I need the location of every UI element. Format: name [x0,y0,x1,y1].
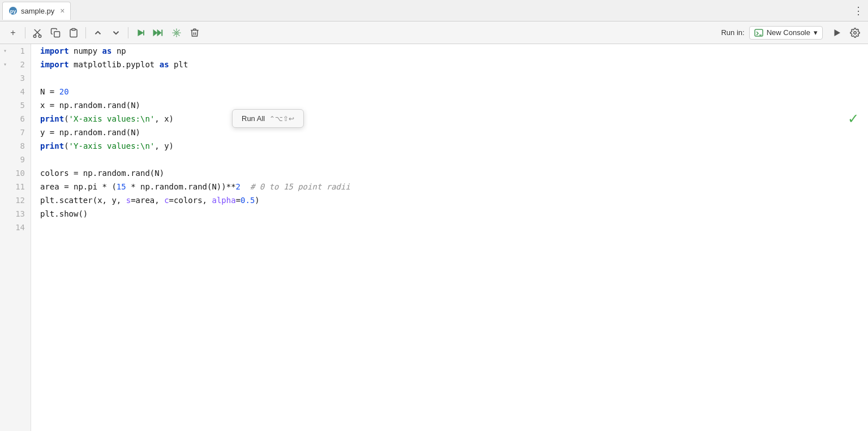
delete-icon [190,28,200,38]
line-number-4: 4 [0,85,31,98]
check-mark: ✓ [848,111,859,127]
line-number-7: 7 [0,126,31,139]
svg-marker-9 [138,29,144,36]
dropdown-arrow: ▾ [814,28,818,37]
svg-marker-18 [835,29,841,36]
new-console-label: New Console [767,28,810,37]
code-line-5: x = np.random.rand(N) [40,98,868,112]
move-up-button[interactable] [89,25,106,41]
run-in-dropdown[interactable]: New Console ▾ [749,26,823,40]
code-line-13: plt.show() [40,207,868,221]
tooltip-content: Run All ⌃⌥⇧↩ [232,109,304,128]
copy-button[interactable] [47,25,64,41]
line-number-10: 10 [0,166,31,180]
fold-icon-2[interactable]: ▾ [3,58,7,71]
tab-close-button[interactable]: × [60,6,65,15]
settings-button[interactable] [846,25,863,41]
svg-point-15 [176,32,178,33]
line-number-1: ▾1 [0,44,31,58]
line-number-6: 6 [0,112,31,126]
run-cell-button[interactable] [132,25,149,41]
run-all-tooltip: Run All ⌃⌥⇧↩ [232,109,304,128]
code-line-14 [40,221,868,234]
code-line-9 [40,153,868,166]
run-in-container: Run in: New Console ▾ [721,26,823,40]
tooltip-shortcut: ⌃⌥⇧↩ [269,115,294,123]
tab-filename: sample.py [21,7,54,15]
cut-button[interactable] [29,25,46,41]
line-number-3: 3 [0,71,31,85]
code-line-6: print ( 'X-axis values:\n' , x) [40,112,868,126]
settings-icon [850,28,860,38]
code-line-11: area = np.pi * ( 15 * np.random.rand(N))… [40,180,868,193]
line-numbers: ▾1 ▾2 3 4 5 6 7 8 9 10 11 12 13 14 [0,44,31,431]
svg-rect-7 [54,31,60,37]
separator-1 [25,27,25,38]
run-action-icon [832,28,842,38]
run-cell-icon [135,28,145,38]
run-action-button[interactable] [828,25,845,41]
keyword-as-1: as [102,44,112,58]
add-button[interactable]: + [5,25,22,41]
python-icon: py [8,6,18,15]
cut-icon [32,28,42,38]
code-line-4: N = 20 [40,85,868,98]
separator-2 [85,27,86,38]
keyword-import-2: import [40,58,69,71]
keyword-as-2: as [160,58,169,71]
run-all-icon [152,28,165,38]
svg-point-19 [854,31,857,34]
svg-line-6 [37,29,40,32]
line-number-13: 13 [0,207,31,221]
line-number-8: 8 [0,139,31,153]
move-down-icon [111,28,121,38]
fold-icon-1[interactable]: ▾ [3,44,7,58]
debug-icon [171,28,182,38]
tooltip-label: Run All [242,114,265,123]
run-in-label: Run in: [721,28,744,37]
line-number-12: 12 [0,193,31,207]
copy-icon [50,28,61,38]
delete-button[interactable] [186,25,203,41]
code-line-3 [40,71,868,85]
tab-more-button[interactable]: ⋮ [853,5,863,17]
paste-icon [68,28,79,38]
svg-marker-12 [157,29,162,36]
separator-3 [128,27,128,38]
code-line-10: colors = np.random.rand(N) [40,166,868,180]
line-number-2: ▾2 [0,58,31,71]
paste-button[interactable] [65,25,82,41]
console-icon [754,28,763,37]
code-line-8: print ( 'Y-axis values:\n' , y) [40,139,868,153]
line-number-11: 11 [0,180,31,193]
code-editor[interactable]: import numpy as np import matplotlib.pyp… [31,44,868,431]
code-line-12: plt.scatter(x, y, s =area, c =colors, al… [40,193,868,207]
code-line-7: y = np.random.rand(N) [40,126,868,139]
debug-button[interactable] [168,25,185,41]
code-line-2: import matplotlib.pyplot as plt [40,58,868,71]
svg-line-4 [35,32,37,35]
svg-text:py: py [10,8,16,14]
move-down-button[interactable] [108,25,124,41]
toolbar: + [0,21,868,44]
svg-marker-11 [153,29,158,36]
line-number-5: 5 [0,98,31,112]
file-tab[interactable]: py sample.py × [2,2,71,20]
code-line-1: import numpy as np [40,44,868,58]
svg-rect-8 [72,28,75,30]
line-number-14: 14 [0,221,31,234]
editor-container: ▾1 ▾2 3 4 5 6 7 8 9 10 11 12 13 14 impor… [0,44,868,431]
tab-bar: py sample.py × ⋮ [0,0,868,21]
keyword-import-1: import [40,44,69,58]
line-number-9: 9 [0,153,31,166]
move-up-icon [93,28,103,38]
run-all-button[interactable] [150,25,167,41]
